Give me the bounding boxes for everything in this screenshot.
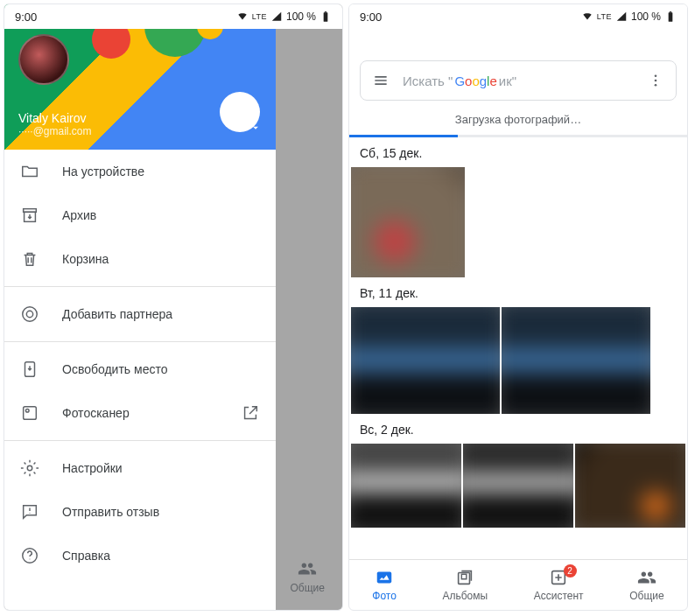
tab-shared-dimmed: Общие	[291, 559, 325, 594]
drawer-item-label: Добавить партнера	[62, 307, 172, 321]
drawer-item-archive[interactable]: Архив	[4, 193, 276, 237]
photo-thumbnail[interactable]	[502, 307, 650, 414]
people-icon	[298, 559, 317, 578]
svg-point-8	[27, 466, 32, 471]
free-space-icon	[20, 360, 39, 379]
wifi-icon	[581, 10, 593, 23]
tab-shared[interactable]: Общие	[629, 568, 663, 602]
archive-icon	[20, 206, 39, 225]
photo-thumbnail[interactable]	[351, 167, 465, 277]
drawer-item-feedback[interactable]: Отправить отзыв	[4, 490, 276, 534]
svg-rect-15	[377, 572, 392, 584]
trash-icon	[20, 249, 39, 269]
photoscan-icon	[20, 403, 39, 423]
phone-right-main: 9:00 LTE 100 % Искать " Google ик" Загру…	[348, 4, 688, 611]
account-email: ·····@gmail.com	[18, 125, 262, 137]
svg-point-4	[23, 307, 38, 322]
google-logo: Google	[454, 74, 496, 88]
drawer-divider	[4, 440, 276, 441]
drawer-item-label: Фотосканер	[62, 406, 130, 420]
hamburger-icon	[372, 72, 390, 89]
drawer-divider	[4, 286, 276, 287]
tab-label: Общие	[629, 590, 663, 602]
external-link-icon	[241, 403, 260, 423]
status-bar: 9:00 LTE 100 %	[349, 4, 687, 29]
signal-icon	[270, 10, 283, 23]
drawer-item-label: Освободить место	[62, 362, 168, 376]
account-switcher-caret[interactable]	[249, 122, 262, 134]
tab-label: Ассистент	[534, 590, 584, 602]
svg-rect-11	[670, 11, 671, 12]
svg-rect-1	[325, 11, 326, 12]
drawer-item-settings[interactable]: Настройки	[4, 446, 276, 490]
photo-thumbnail[interactable]	[351, 307, 500, 414]
upload-status: Загрузка фотографий…	[349, 101, 687, 135]
nav-drawer: Vitaly Kairov ·····@gmail.com На устройс…	[4, 4, 276, 610]
albums-icon	[455, 568, 474, 587]
battery-label: 100 %	[631, 10, 661, 23]
search-placeholder: Искать " Google ик"	[403, 74, 634, 88]
svg-point-12	[655, 74, 657, 77]
drawer-item-trash[interactable]: Корзина	[4, 237, 276, 281]
status-time: 9:00	[360, 10, 382, 24]
search-prefix: Искать "	[403, 74, 453, 88]
photos-icon	[375, 568, 394, 587]
search-suffix: ик"	[499, 74, 516, 88]
upload-progress	[349, 135, 687, 137]
gear-icon	[20, 458, 39, 478]
photo-thumbnail[interactable]	[351, 444, 461, 528]
menu-button[interactable]	[368, 72, 394, 89]
status-time: 9:00	[15, 10, 37, 24]
wifi-icon	[236, 10, 249, 23]
phone-left-drawer-open: 9:00 LTE 100 % Общие Vitaly Kairov ·····…	[4, 4, 343, 611]
svg-point-14	[655, 84, 657, 87]
overflow-button[interactable]	[642, 73, 669, 88]
search-bar[interactable]: Искать " Google ик"	[360, 60, 677, 101]
partner-icon	[20, 304, 39, 324]
photo-thumbnail[interactable]	[575, 444, 685, 528]
drawer-item-free-space[interactable]: Освободить место	[4, 347, 276, 391]
status-bar: 9:00 LTE 100 %	[4, 4, 342, 29]
battery-icon	[319, 10, 332, 23]
status-icons: LTE 100 %	[581, 10, 677, 23]
tab-photos[interactable]: Фото	[372, 568, 397, 602]
network-label: LTE	[252, 13, 267, 21]
network-label: LTE	[597, 13, 612, 21]
tab-label: Альбомы	[442, 590, 488, 602]
signal-icon	[615, 10, 628, 23]
bottom-nav: Фото Альбомы 2 Ассистент Общие	[349, 559, 687, 610]
drawer-item-on-device[interactable]: На устройстве	[4, 150, 276, 193]
tab-label: Фото	[372, 590, 397, 602]
photo-grid[interactable]: Сб, 15 дек. Вт, 11 дек. Вс, 2 дек.	[349, 137, 687, 559]
avatar[interactable]	[18, 34, 69, 85]
tab-assistant[interactable]: 2 Ассистент	[534, 568, 584, 602]
feedback-icon	[20, 502, 39, 522]
tab-albums[interactable]: Альбомы	[442, 568, 488, 602]
svg-rect-6	[24, 407, 37, 420]
drawer-item-label: Справка	[62, 549, 110, 563]
drawer-item-photoscan[interactable]: Фотосканер	[4, 391, 276, 435]
svg-point-7	[25, 409, 29, 412]
date-header: Вт, 11 дек.	[351, 277, 685, 307]
status-icons: LTE 100 %	[236, 10, 332, 23]
drawer-item-help[interactable]: Справка	[4, 534, 276, 578]
photo-thumbnail[interactable]	[463, 444, 573, 528]
drawer-item-label: Корзина	[62, 252, 109, 266]
drawer-item-label: Отправить отзыв	[62, 505, 159, 519]
date-header: Вс, 2 дек.	[351, 414, 685, 444]
svg-rect-0	[324, 12, 328, 21]
drawer-item-label: На устройстве	[62, 164, 144, 178]
people-icon	[637, 568, 656, 587]
help-icon	[20, 546, 39, 565]
drawer-divider	[4, 341, 276, 342]
tab-shared-label: Общие	[291, 582, 325, 594]
drawer-item-label: Настройки	[62, 461, 123, 475]
drawer-item-add-partner[interactable]: Добавить партнера	[4, 292, 276, 336]
drawer-list: На устройстве Архив Корзина Добавить пар…	[4, 150, 276, 610]
svg-rect-10	[669, 12, 673, 21]
more-vert-icon	[648, 73, 663, 88]
battery-label: 100 %	[286, 10, 316, 23]
svg-point-13	[655, 80, 657, 82]
drawer-item-label: Архив	[62, 208, 96, 222]
assistant-badge: 2	[564, 564, 577, 578]
